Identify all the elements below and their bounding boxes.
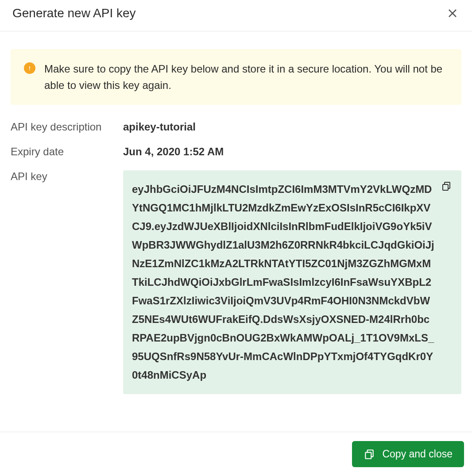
copy-icon xyxy=(441,181,452,192)
close-icon xyxy=(447,8,458,19)
field-description: API key description apikey-tutorial xyxy=(11,121,461,133)
field-apikey: API key eyJhbGciOiJFUzM4NCIsImtpZCI6ImM3… xyxy=(11,170,461,394)
dialog-footer: Copy and close xyxy=(0,432,472,476)
close-button[interactable] xyxy=(445,6,460,20)
apikey-label: API key xyxy=(11,170,123,183)
generate-api-key-dialog: Generate new API key Make sure to copy t… xyxy=(0,0,472,476)
expiry-value: Jun 4, 2020 1:52 AM xyxy=(123,146,224,158)
expiry-label: Expiry date xyxy=(11,146,123,158)
warning-alert: Make sure to copy the API key below and … xyxy=(11,49,461,105)
svg-rect-2 xyxy=(29,66,30,69)
svg-rect-5 xyxy=(366,452,371,458)
warning-icon xyxy=(24,62,35,74)
copy-icon xyxy=(364,449,375,460)
apikey-value: eyJhbGciOiJFUzM4NCIsImtpZCI6ImM3MTVmY2Vk… xyxy=(132,180,435,384)
svg-rect-4 xyxy=(443,184,448,190)
copy-and-close-button[interactable]: Copy and close xyxy=(352,441,464,467)
dialog-title: Generate new API key xyxy=(12,6,136,20)
svg-point-3 xyxy=(29,69,30,70)
dialog-body: Make sure to copy the API key below and … xyxy=(0,31,472,432)
warning-text: Make sure to copy the API key below and … xyxy=(44,61,448,93)
apikey-box: eyJhbGciOiJFUzM4NCIsImtpZCI6ImM3MTVmY2Vk… xyxy=(123,170,461,394)
field-expiry: Expiry date Jun 4, 2020 1:52 AM xyxy=(11,146,461,158)
description-label: API key description xyxy=(11,121,123,133)
copy-and-close-label: Copy and close xyxy=(382,448,453,460)
copy-apikey-button[interactable] xyxy=(440,180,453,194)
dialog-header: Generate new API key xyxy=(0,0,472,31)
description-value: apikey-tutorial xyxy=(123,121,196,133)
